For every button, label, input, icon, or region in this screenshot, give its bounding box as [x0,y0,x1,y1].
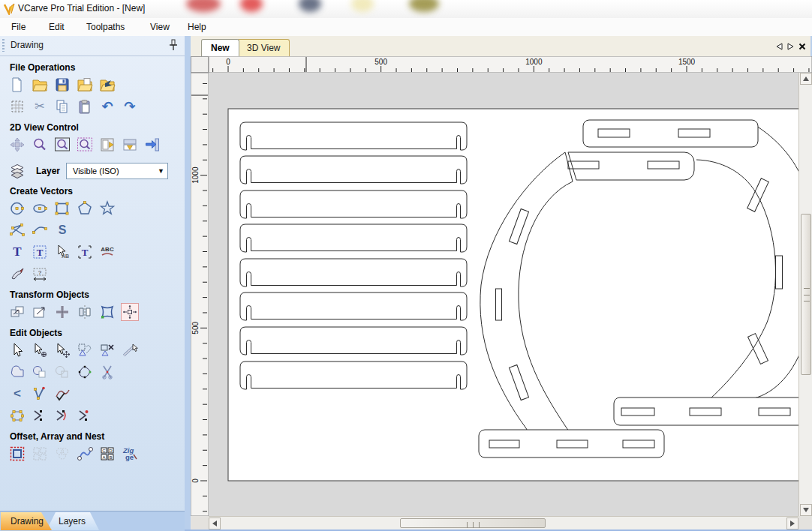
smooth-curve-button[interactable] [54,386,71,402]
slat-7[interactable] [240,327,467,355]
offset-vectors-button[interactable] [9,446,26,462]
export-vectors-button[interactable] [99,76,116,93]
trim-vectors-button[interactable]: < [9,386,26,402]
transform-mode-button[interactable] [54,342,71,358]
intersect-vectors-button[interactable] [54,364,71,380]
foot-bar-right[interactable] [614,398,798,425]
draw-text-button[interactable]: T [9,244,26,260]
import-vectors-button[interactable] [77,76,93,93]
draw-curve-button[interactable]: S [54,222,71,238]
panel-grip[interactable] [2,39,5,52]
scroll-up-icon[interactable] [800,73,812,85]
scroll-down-icon[interactable] [800,504,812,516]
draw-polygon-button[interactable] [77,200,93,217]
menu-edit[interactable]: Edit [44,20,70,37]
edit-text-spacing-button[interactable]: AB [54,244,71,260]
slat-4[interactable] [240,224,467,252]
set-size-button[interactable] [32,304,48,320]
group-button[interactable] [77,342,93,358]
menu-view[interactable]: View [145,20,175,37]
subtract-vectors-button[interactable] [32,364,48,380]
text-selection-button[interactable]: T [77,244,93,260]
draw-polyline-button[interactable] [9,222,26,238]
slat-3[interactable] [240,190,467,218]
move-selection-button[interactable] [9,304,26,320]
paste-button[interactable] [77,98,93,115]
text-on-curve-button[interactable]: ABC [99,244,116,260]
slat-2[interactable] [240,156,467,184]
prev-view-icon[interactable] [776,40,783,53]
measure-button[interactable] [122,342,138,358]
layers-icon[interactable] [9,163,26,179]
close-view-icon[interactable] [798,40,806,53]
tab-layers[interactable]: Layers [44,512,101,530]
draw-ellipse-button[interactable] [32,200,48,217]
vertical-scroll-thumb[interactable] [801,214,811,375]
join-with-curve-button[interactable] [54,407,71,424]
paste-along-curve-button[interactable] [77,446,93,462]
scroll-left-icon[interactable] [209,518,221,530]
layer-select[interactable]: Visible (ISO)▼ [66,163,168,179]
save-file-button[interactable] [54,76,71,93]
top-inner-bar[interactable] [568,152,694,180]
align-selection-button[interactable] [122,304,138,320]
vertical-scrollbar[interactable] [798,73,812,516]
zoom-interactive-button[interactable] [32,136,48,153]
zoom-selected-button[interactable] [77,136,93,153]
horizontal-scroll-thumb[interactable] [400,518,546,528]
switch-to-3d-view-button[interactable] [144,136,161,153]
pin-icon[interactable] [168,39,179,54]
new-file-button[interactable] [9,76,26,93]
cut-button[interactable]: ✂ [32,98,48,115]
pan-view-button[interactable] [9,136,26,153]
zoom-box-button[interactable] [54,136,71,153]
cut-vector-button[interactable] [99,364,116,380]
zoom-extents-button[interactable] [99,136,116,153]
draw-star-button[interactable] [99,200,116,217]
draw-rectangle-button[interactable] [54,200,71,217]
redo-button[interactable]: ↷ [122,98,138,115]
draw-text-box-button[interactable]: T [32,244,48,260]
nest-parts-button[interactable]: CDAB [99,446,116,462]
tab-new-document[interactable]: New [201,39,239,56]
ungroup-button[interactable] [99,342,116,358]
move-to-position-button[interactable] [54,304,71,320]
join-move-endpoints-button[interactable] [32,407,48,424]
menu-file[interactable]: File [6,20,31,37]
draw-circle-button[interactable] [9,200,26,217]
tile-views-button[interactable] [122,136,138,153]
mirror-button[interactable] [77,304,93,320]
next-view-icon[interactable] [787,40,794,53]
vector-texture-button[interactable]: Zigge [122,446,138,462]
draw-arc-button[interactable] [32,222,48,238]
scroll-right-icon[interactable] [786,518,798,530]
slat-6[interactable] [240,292,467,320]
top-outer-bar[interactable] [583,120,758,147]
select-vectors-button[interactable] [9,342,26,358]
foot-bar-left[interactable] [479,430,664,458]
job-setup-button[interactable] [9,98,26,115]
copy-button[interactable] [54,98,71,115]
quick-engrave-button[interactable] [9,266,26,282]
menu-toolpaths[interactable]: Toolpaths [81,20,130,37]
slat-8[interactable] [240,362,467,389]
close-vector-button[interactable] [9,407,26,424]
slat-5[interactable] [240,259,467,286]
dimension-button[interactable]: ? [32,266,48,282]
menu-help[interactable]: Help [182,20,212,37]
edit-vectors-button[interactable] [77,364,93,380]
open-file-button[interactable] [32,76,48,93]
array-copy-button[interactable] [32,446,48,462]
svg-text:AB: AB [62,254,69,259]
horizontal-scrollbar[interactable] [209,516,798,530]
distort-button[interactable] [99,304,116,320]
drawing-canvas[interactable] [209,73,798,516]
circular-array-button[interactable] [54,446,71,462]
fit-curve-to-vectors-button[interactable] [32,386,48,402]
tab-3d-view[interactable]: 3D View [237,39,290,56]
undo-button[interactable]: ↶ [99,98,116,115]
weld-vectors-button[interactable] [9,364,26,380]
join-with-line-button[interactable] [77,407,93,424]
node-edit-button[interactable] [32,342,48,358]
slat-1[interactable] [240,122,467,150]
